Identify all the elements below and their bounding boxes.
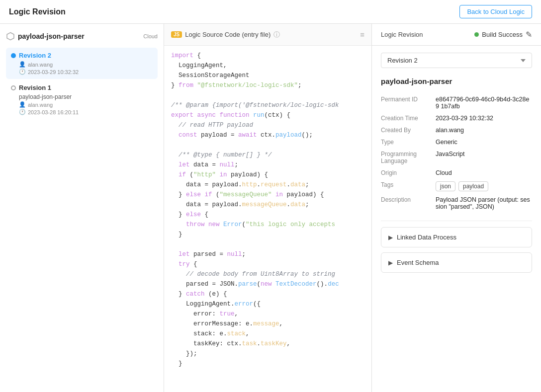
code-line: let parsed = null; — [164, 249, 371, 259]
event-schema-section[interactable]: ▶ Event Schema — [381, 252, 532, 273]
revision-item-1[interactable]: Revision 1 payload-json-parser 👤 alan.wa… — [6, 80, 158, 119]
sidebar-logic-name: payload-json-parser — [18, 32, 85, 40]
table-row: Type Generic — [381, 136, 532, 148]
edit-icon[interactable]: ✎ — [526, 30, 532, 39]
table-row: Permanent ID e8647796-0c69-46c0-9b4d-3c2… — [381, 93, 532, 112]
user-icon-2: 👤 — [19, 101, 26, 108]
right-panel: Logic Revision Build Success ✎ Revision … — [372, 24, 541, 392]
code-line: } — [164, 359, 371, 369]
info-icon[interactable]: ⓘ — [273, 30, 280, 39]
code-line: taskKey: ctx.task.taskKey, — [164, 339, 371, 349]
code-line: LoggingAgent.error({ — [164, 299, 371, 309]
hex-icon — [6, 32, 15, 41]
revision-select-wrap: Revision 2 Revision 1 — [381, 53, 532, 68]
chevron-right-icon: ▶ — [388, 234, 393, 241]
code-line: // decode body from Uint8Array to string — [164, 269, 371, 279]
right-panel-header: Logic Revision Build Success ✎ — [372, 24, 541, 46]
right-panel-title: Logic Revision — [381, 31, 423, 38]
divider — [381, 221, 532, 221]
revision-1-subname: payload-json-parser — [11, 93, 153, 100]
clock-icon-2: 🕐 — [19, 109, 26, 115]
page-title: Logic Revision — [9, 7, 66, 16]
build-status: Build Success ✎ — [474, 30, 532, 39]
lines-icon[interactable]: ≡ — [360, 30, 364, 39]
code-line: parsed = JSON.parse(new TextDecoder().de… — [164, 279, 371, 289]
code-line: } from "@fstnetwork/loc-logic-sdk"; — [164, 80, 371, 90]
tags-wrap: json payload — [436, 181, 532, 191]
code-panel: JS Logic Source Code (entry file) ⓘ ≡ im… — [164, 24, 372, 392]
js-badge: JS — [171, 31, 182, 38]
code-line: import { — [164, 51, 371, 61]
chevron-right-icon-2: ▶ — [388, 259, 393, 266]
clock-icon: 🕐 — [19, 69, 26, 75]
revision-2-date: 2023-03-29 10:32:32 — [28, 69, 79, 75]
code-line: throw new Error("this logic only accepts — [164, 220, 371, 230]
code-line: } else if ("messageQueue" in payload) { — [164, 190, 371, 200]
back-to-cloud-logic-button[interactable]: Back to Cloud Logic — [459, 5, 532, 18]
tag-payload: payload — [458, 181, 488, 191]
code-line: let data = null; — [164, 160, 371, 170]
table-row: Origin Cloud — [381, 167, 532, 179]
code-line: }); — [164, 349, 371, 359]
top-bar: Logic Revision Back to Cloud Logic — [0, 0, 541, 24]
revision-2-user: alan.wang — [28, 62, 53, 68]
event-schema-label: Event Schema — [397, 259, 439, 266]
table-row: Created By alan.wang — [381, 124, 532, 136]
build-status-text: Build Success — [482, 31, 523, 38]
revision-1-label: Revision 1 — [19, 84, 51, 91]
code-line: /** @param {import('@fstnetwork/loc-logi… — [164, 100, 371, 110]
build-status-dot — [474, 32, 479, 37]
right-panel-logic-name: payload-json-parser — [381, 77, 532, 85]
table-row: Description Payload JSON parser (output:… — [381, 194, 532, 213]
code-line: } — [164, 230, 371, 239]
code-line: stack: e.stack, — [164, 329, 371, 339]
tag-json: json — [436, 181, 455, 191]
code-line — [164, 239, 371, 249]
active-dot — [11, 53, 16, 58]
code-panel-title: Logic Source Code (entry file) — [185, 31, 270, 38]
code-body: import { LoggingAgent, SessionStorageAge… — [164, 46, 371, 392]
code-line: data = payload.messageQueue.data; — [164, 200, 371, 210]
cloud-badge: Cloud — [143, 33, 158, 39]
code-line: // read HTTP payload — [164, 120, 371, 130]
revision-2-label: Revision 2 — [19, 52, 51, 59]
code-line: } catch (e) { — [164, 289, 371, 299]
revision-dropdown[interactable]: Revision 2 Revision 1 — [381, 53, 532, 68]
table-row: Creation Time 2023-03-29 10:32:32 — [381, 112, 532, 124]
code-line: try { — [164, 259, 371, 269]
code-line: const payload = await ctx.payload(); — [164, 130, 371, 140]
revision-1-user: alan.wang — [28, 102, 53, 108]
code-panel-header: JS Logic Source Code (entry file) ⓘ ≡ — [164, 24, 371, 46]
code-line: SessionStorageAgent — [164, 71, 371, 80]
main-layout: payload-json-parser Cloud Revision 2 👤 a… — [0, 24, 541, 392]
user-icon: 👤 — [19, 61, 26, 68]
linked-data-process-section[interactable]: ▶ Linked Data Process — [381, 227, 532, 247]
code-line: } else { — [164, 210, 371, 220]
code-line: data = payload.http.request.data; — [164, 180, 371, 190]
code-line: if ("http" in payload) { — [164, 170, 371, 180]
table-row: Programming Language JavaScript — [381, 148, 532, 167]
revision-item-2[interactable]: Revision 2 👤 alan.wang 🕐 2023-03-29 10:3… — [6, 48, 158, 79]
revision-1-date: 2023-03-28 16:20:11 — [28, 109, 79, 115]
meta-table: Permanent ID e8647796-0c69-46c0-9b4d-3c2… — [381, 93, 532, 213]
sidebar: payload-json-parser Cloud Revision 2 👤 a… — [0, 24, 164, 392]
code-line — [164, 90, 371, 100]
code-line: errorMessage: e.message, — [164, 319, 371, 329]
table-row: Tags json payload — [381, 179, 532, 194]
right-panel-body: Revision 2 Revision 1 payload-json-parse… — [372, 46, 541, 285]
code-line: error: true, — [164, 309, 371, 319]
code-line — [164, 140, 371, 150]
code-line: LoggingAgent, — [164, 61, 371, 71]
inactive-dot — [11, 85, 16, 90]
logic-name-row: payload-json-parser Cloud — [6, 32, 158, 41]
code-line: export async function run(ctx) { — [164, 110, 371, 120]
code-line: /** @type { number[] } */ — [164, 150, 371, 160]
linked-data-process-label: Linked Data Process — [397, 234, 456, 241]
